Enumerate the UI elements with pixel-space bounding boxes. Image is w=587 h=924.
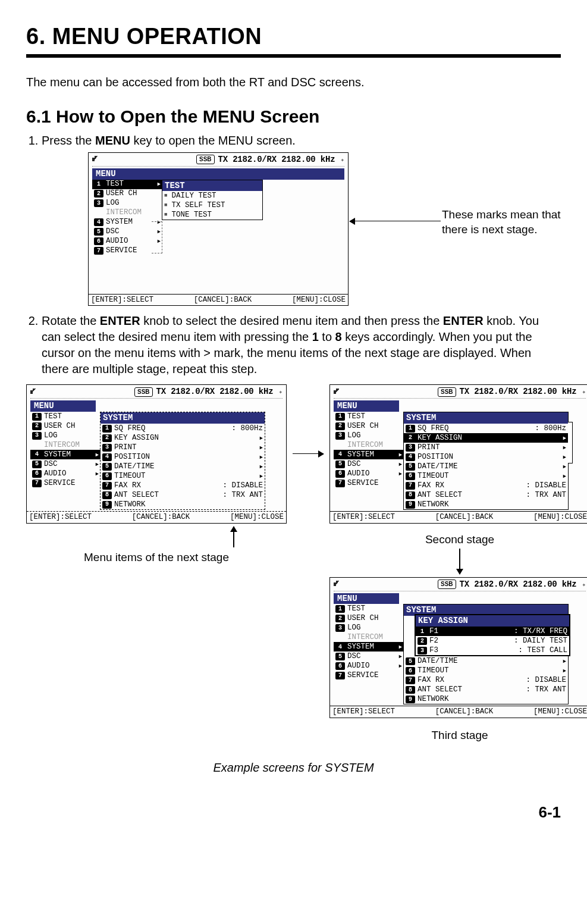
menu-item[interactable]: 5DATE/TIME bbox=[404, 462, 568, 471]
menu-item-label: SQ FREQ bbox=[114, 424, 146, 434]
menu-item[interactable]: 1F1: TX/RX FREQ bbox=[416, 627, 569, 636]
num-badge: 7 bbox=[94, 247, 103, 255]
menu-item[interactable]: 3PRINT bbox=[101, 443, 265, 452]
menu-item[interactable]: 1TEST bbox=[334, 412, 404, 421]
menu-item[interactable]: 2USER CH bbox=[30, 421, 101, 431]
main-menu-list[interactable]: 1TEST2USER CH3LOGINTERCOM4SYSTEM5DSC6AUD… bbox=[334, 604, 404, 680]
menu-item[interactable]: 8ANT SELECT: TRX ANT bbox=[101, 490, 265, 500]
submenu-title: TEST bbox=[162, 180, 262, 192]
chevron-right-icon bbox=[158, 179, 161, 189]
menu-item[interactable]: 6TIMEOUT bbox=[404, 471, 568, 481]
caption-second-stage: Second stage bbox=[329, 532, 587, 547]
menu-item[interactable]: 3PRINT bbox=[404, 443, 568, 452]
menu-item[interactable]: 4POSITION bbox=[101, 452, 265, 462]
menu-item[interactable]: 6TIMEOUT bbox=[404, 666, 568, 675]
menu-item[interactable]: 2USER CH bbox=[334, 421, 404, 431]
menu-item[interactable]: 5DSC bbox=[334, 459, 404, 469]
screenshot-system-stage2: SSB TX 2182.0/RX 2182.00 kHz MENU 1TEST2… bbox=[329, 384, 587, 524]
menu-item[interactable]: 3LOG bbox=[92, 199, 162, 208]
menu-item[interactable]: 3F3: TEST CALL bbox=[416, 646, 569, 655]
menu-item[interactable]: 3LOG bbox=[334, 623, 404, 632]
menu-item[interactable]: 2USER CH bbox=[92, 189, 162, 199]
chevron-right-icon bbox=[563, 452, 566, 462]
menu-item[interactable]: 4SYSTEM bbox=[334, 450, 404, 459]
menu-item[interactable]: 9NETWORK bbox=[101, 500, 265, 509]
menu-item-label: LOG bbox=[44, 431, 58, 441]
submenu-list[interactable]: ■DAILY TEST■TX SELF TEST■TONE TEST bbox=[162, 191, 262, 220]
menu-item[interactable]: 4SYSTEM bbox=[30, 450, 101, 459]
submenu-list[interactable]: 1SQ FREQ: 800Hz2KEY ASSIGN3PRINT4POSITIO… bbox=[404, 424, 568, 509]
menu-item[interactable]: 6TIMEOUT bbox=[101, 471, 265, 481]
num-badge: 6 bbox=[102, 472, 112, 480]
menu-item-value: : DISABLE bbox=[526, 675, 566, 685]
num-badge: 1 bbox=[406, 425, 415, 433]
menu-item[interactable]: 7FAX RX: DISABLE bbox=[404, 481, 568, 490]
menu-item[interactable]: 7SERVICE bbox=[334, 478, 404, 488]
menu-item[interactable]: 5DSC bbox=[30, 459, 101, 469]
menu-item-label: DATE/TIME bbox=[418, 656, 458, 666]
menu-item-label: INTERCOM bbox=[347, 440, 383, 450]
step1-a: Press the bbox=[42, 134, 95, 147]
menu-item[interactable]: 7SERVICE bbox=[334, 671, 404, 680]
menu-item[interactable]: 9NETWORK bbox=[404, 500, 568, 509]
num-badge: 6 bbox=[335, 662, 345, 670]
menu-item-label: TIMEOUT bbox=[114, 471, 146, 481]
menu-item[interactable]: 2USER CH bbox=[334, 613, 404, 623]
bullet-icon: ■ bbox=[164, 192, 167, 199]
submenu-item[interactable]: ■DAILY TEST bbox=[162, 191, 262, 201]
submenu-item[interactable]: ■TONE TEST bbox=[162, 210, 262, 220]
menu-item-label: AUDIO bbox=[347, 469, 370, 479]
menu-item[interactable]: 8ANT SELECT: TRX ANT bbox=[404, 685, 568, 694]
num-badge: 2 bbox=[418, 637, 427, 645]
menu-item[interactable]: INTERCOM bbox=[30, 440, 101, 450]
num-badge: 3 bbox=[406, 444, 415, 452]
menu-item[interactable]: 7FAX RX: DISABLE bbox=[404, 675, 568, 685]
speaker-icon bbox=[334, 389, 343, 396]
menu-item[interactable]: 3LOG bbox=[30, 431, 101, 440]
menu-item[interactable]: 6AUDIO bbox=[30, 469, 101, 478]
menu-item[interactable]: 8ANT SELECT: TRX ANT bbox=[404, 490, 568, 500]
num-badge: 2 bbox=[406, 434, 415, 442]
menu-item-value: : 800Hz bbox=[231, 424, 263, 434]
menu-item[interactable]: INTERCOM bbox=[334, 440, 404, 450]
menu-item[interactable]: 1SQ FREQ: 800Hz bbox=[404, 424, 568, 433]
third-stage-popup[interactable]: KEY ASSIGN 1F1: TX/RX FREQ2F2: DAILY TES… bbox=[415, 614, 570, 656]
ssb-badge: SSB bbox=[438, 387, 456, 397]
menu-item[interactable]: 6AUDIO bbox=[334, 661, 404, 671]
chevron-right-icon bbox=[260, 452, 263, 462]
menu-item[interactable]: 1TEST bbox=[30, 412, 101, 421]
menu-item[interactable]: 7SERVICE bbox=[30, 478, 101, 488]
menu-item[interactable]: 3LOG bbox=[334, 431, 404, 440]
num-badge: 5 bbox=[102, 463, 112, 471]
menu-item-label: ANT SELECT bbox=[418, 685, 462, 695]
menu-item[interactable]: 5DSC bbox=[334, 652, 404, 661]
menu-item[interactable]: INTERCOM bbox=[334, 632, 404, 642]
menu-item[interactable]: INTERCOM bbox=[92, 208, 162, 218]
menu-item[interactable]: 4POSITION bbox=[404, 452, 568, 462]
main-menu-list[interactable]: 1TEST2USER CH3LOGINTERCOM4SYSTEM5DSC6AUD… bbox=[30, 412, 101, 488]
menu-header: MENU bbox=[334, 593, 399, 604]
main-menu-list[interactable]: 1TEST2USER CH3LOGINTERCOM4SYSTEM5DSC6AUD… bbox=[334, 412, 404, 488]
menu-item[interactable]: 9NETWORK bbox=[404, 694, 568, 704]
menu-item[interactable]: 1SQ FREQ: 800Hz bbox=[101, 424, 265, 433]
num-badge: 4 bbox=[32, 451, 42, 459]
menu-item[interactable]: 5DATE/TIME bbox=[404, 656, 568, 666]
speaker-icon bbox=[92, 156, 102, 163]
menu-item[interactable]: 1TEST bbox=[92, 180, 162, 189]
menu-item-label: DSC bbox=[106, 227, 120, 237]
menu-item[interactable]: 1TEST bbox=[334, 604, 404, 613]
submenu-item[interactable]: ■TX SELF TEST bbox=[162, 201, 262, 210]
menu-item[interactable]: 7FAX RX: DISABLE bbox=[101, 481, 265, 490]
menu-item[interactable]: 4SYSTEM bbox=[334, 642, 404, 652]
submenu-label: TX SELF TEST bbox=[171, 201, 225, 211]
num-badge: 7 bbox=[102, 482, 112, 490]
menu-item[interactable]: 6AUDIO bbox=[334, 469, 404, 478]
menu-item-label: SYSTEM bbox=[44, 450, 71, 460]
menu-item[interactable]: 2KEY ASSIGN bbox=[404, 433, 568, 443]
menu-item[interactable]: 2KEY ASSIGN bbox=[101, 433, 265, 443]
menu-item[interactable]: 5DATE/TIME bbox=[101, 462, 265, 471]
menu-item[interactable]: 2F2: DAILY TEST bbox=[416, 636, 569, 646]
num-badge: 7 bbox=[335, 480, 345, 487]
submenu-tail[interactable]: 5DATE/TIME6TIMEOUT7FAX RX: DISABLE8ANT S… bbox=[404, 656, 568, 704]
submenu-list[interactable]: 1SQ FREQ: 800Hz2KEY ASSIGN3PRINT4POSITIO… bbox=[101, 424, 265, 509]
